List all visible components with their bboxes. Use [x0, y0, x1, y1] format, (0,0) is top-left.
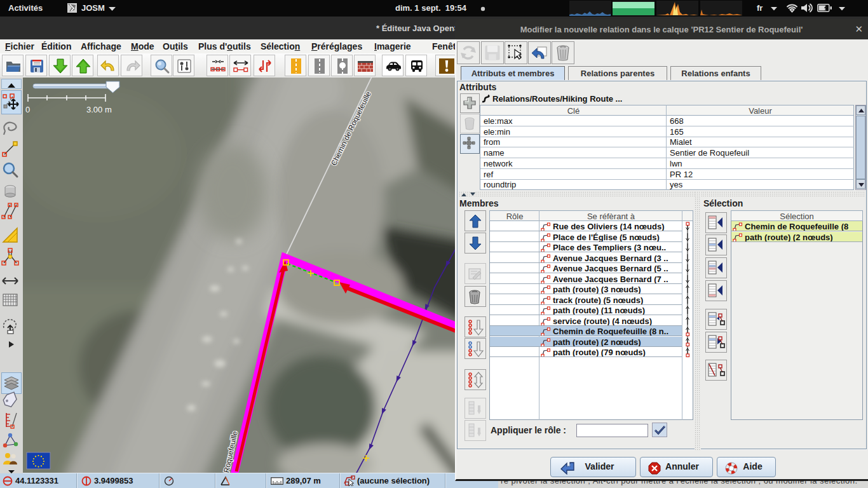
svg-text:0: 0 [25, 105, 30, 114]
svg-text:3.00 m: 3.00 m [86, 105, 112, 114]
